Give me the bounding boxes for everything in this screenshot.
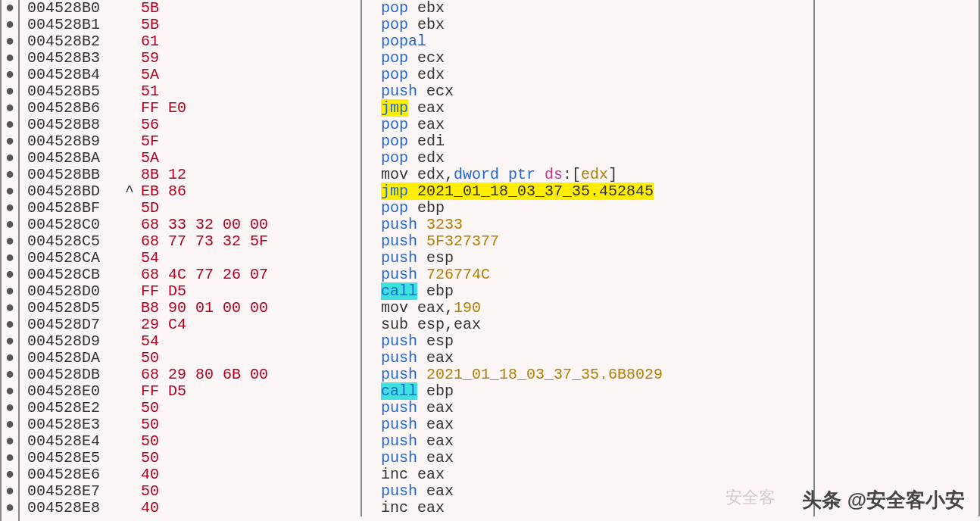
disasm-row[interactable]: 004528E450push eax <box>20 433 980 450</box>
asm-cell: push esp <box>360 250 813 267</box>
breakpoint-dot[interactable]: ● <box>2 483 18 500</box>
disasm-row[interactable]: 004528BA5Apop edx <box>20 150 980 167</box>
address-cell: 004528E2 <box>20 400 118 416</box>
jump-marker <box>118 483 141 500</box>
bytes-cell: 68 29 80 6B 00 <box>141 367 360 383</box>
jump-marker <box>118 233 141 250</box>
disasm-row[interactable]: 004528B6FF E0jmp eax <box>20 100 980 117</box>
breakpoint-dot[interactable]: ● <box>2 117 18 133</box>
disasm-row[interactable]: 004528E550push eax <box>20 450 980 466</box>
disasm-row[interactable]: 004528B856pop eax <box>20 117 980 133</box>
comment-cell <box>813 300 980 317</box>
breakpoint-dot[interactable]: ● <box>2 183 18 200</box>
comment-cell <box>813 400 980 416</box>
address-cell: 004528B1 <box>20 17 118 33</box>
breakpoint-dot[interactable]: ● <box>2 500 18 516</box>
breakpoint-dot[interactable]: ● <box>2 200 18 217</box>
bytes-cell: 8B 12 <box>141 167 360 183</box>
bytes-cell: FF D5 <box>141 283 360 300</box>
disasm-row[interactable]: 004528B15Bpop ebx <box>20 17 980 33</box>
disasm-row[interactable]: 004528C068 33 32 00 00push 3233 <box>20 217 980 233</box>
jump-marker <box>118 317 141 333</box>
jump-marker <box>118 200 141 217</box>
jump-marker <box>118 416 141 433</box>
disasm-row[interactable]: 004528BD^EB 86jmp 2021_01_18_03_37_35.45… <box>20 183 980 200</box>
asm-cell: popal <box>360 33 813 50</box>
disasm-row[interactable]: 004528E0FF D5call ebp <box>20 383 980 400</box>
breakpoint-dot[interactable]: ● <box>2 0 18 17</box>
disasm-row[interactable]: 004528B45Apop edx <box>20 67 980 83</box>
disasm-row[interactable]: 004528B05Bpop ebx <box>20 0 980 17</box>
breakpoint-dot[interactable]: ● <box>2 217 18 233</box>
breakpoint-dot[interactable]: ● <box>2 283 18 300</box>
jump-marker <box>118 333 141 350</box>
breakpoint-dot[interactable]: ● <box>2 133 18 150</box>
address-cell: 004528D5 <box>20 300 118 317</box>
breakpoint-dot[interactable]: ● <box>2 83 18 100</box>
breakpoint-dot[interactable]: ● <box>2 167 18 183</box>
asm-cell: push eax <box>360 416 813 433</box>
breakpoint-dot[interactable]: ● <box>2 33 18 50</box>
jump-marker <box>118 50 141 67</box>
disasm-row[interactable]: 004528E350push eax <box>20 416 980 433</box>
address-cell: 004528E6 <box>20 466 118 483</box>
comment-cell <box>813 0 980 17</box>
disasm-row[interactable]: 004528CA54push esp <box>20 250 980 267</box>
comment-cell <box>813 466 980 483</box>
disasm-row[interactable]: 004528D729 C4sub esp,eax <box>20 317 980 333</box>
breakpoint-dot[interactable]: ● <box>2 466 18 483</box>
disasm-row[interactable]: 004528B261popal <box>20 33 980 50</box>
asm-cell: jmp eax <box>360 100 813 117</box>
disasm-row[interactable]: 004528B359pop ecx <box>20 50 980 67</box>
breakpoint-dot[interactable]: ● <box>2 67 18 83</box>
address-cell: 004528CA <box>20 250 118 267</box>
breakpoint-dot[interactable]: ● <box>2 267 18 283</box>
breakpoint-gutter[interactable]: ●●●●●●●●●●●●●●●●●●●●●●●●●●●●●●● <box>2 0 20 521</box>
address-cell: 004528B9 <box>20 133 118 150</box>
disasm-row[interactable]: 004528E250push eax <box>20 400 980 416</box>
address-cell: 004528B2 <box>20 33 118 50</box>
disassembly-rows: 004528B05Bpop ebx004528B15Bpop ebx004528… <box>20 0 980 521</box>
breakpoint-dot[interactable]: ● <box>2 233 18 250</box>
address-cell: 004528B6 <box>20 100 118 117</box>
breakpoint-dot[interactable]: ● <box>2 350 18 367</box>
bytes-cell: 5B <box>141 0 360 17</box>
disasm-row[interactable]: 004528DA50push eax <box>20 350 980 367</box>
disasm-row[interactable]: 004528C568 77 73 32 5Fpush 5F327377 <box>20 233 980 250</box>
asm-cell: pop ebx <box>360 17 813 33</box>
breakpoint-dot[interactable]: ● <box>2 333 18 350</box>
breakpoint-dot[interactable]: ● <box>2 50 18 67</box>
breakpoint-dot[interactable]: ● <box>2 250 18 267</box>
address-cell: 004528E7 <box>20 483 118 500</box>
breakpoint-dot[interactable]: ● <box>2 450 18 466</box>
comment-cell <box>813 50 980 67</box>
breakpoint-dot[interactable]: ● <box>2 17 18 33</box>
bytes-cell: 50 <box>141 483 360 500</box>
breakpoint-dot[interactable]: ● <box>2 367 18 383</box>
address-cell: 004528D9 <box>20 333 118 350</box>
disasm-row[interactable]: 004528DB68 29 80 6B 00push 2021_01_18_03… <box>20 367 980 383</box>
disasm-row[interactable]: 004528D954push esp <box>20 333 980 350</box>
breakpoint-dot[interactable]: ● <box>2 150 18 167</box>
address-cell: 004528E5 <box>20 450 118 466</box>
breakpoint-dot[interactable]: ● <box>2 433 18 450</box>
breakpoint-dot[interactable]: ● <box>2 383 18 400</box>
disasm-row[interactable]: 004528D0FF D5call ebp <box>20 283 980 300</box>
disasm-row[interactable]: 004528B95Fpop edi <box>20 133 980 150</box>
disasm-row[interactable]: 004528E640inc eax <box>20 466 980 483</box>
disasm-row[interactable]: 004528B551push ecx <box>20 83 980 100</box>
jump-marker <box>118 167 141 183</box>
breakpoint-dot[interactable]: ● <box>2 100 18 117</box>
disasm-row[interactable]: 004528CB68 4C 77 26 07push 726774C <box>20 267 980 283</box>
jump-marker <box>118 466 141 483</box>
disasm-row[interactable]: 004528BF5Dpop ebp <box>20 200 980 217</box>
disasm-row[interactable]: 004528BB8B 12mov edx,dword ptr ds:[edx] <box>20 167 980 183</box>
breakpoint-dot[interactable]: ● <box>2 300 18 317</box>
breakpoint-dot[interactable]: ● <box>2 317 18 333</box>
asm-cell: inc eax <box>360 466 813 483</box>
breakpoint-dot[interactable]: ● <box>2 400 18 416</box>
disasm-row[interactable]: 004528D5B8 90 01 00 00mov eax,190 <box>20 300 980 317</box>
comment-cell <box>813 416 980 433</box>
bytes-cell: 5B <box>141 17 360 33</box>
breakpoint-dot[interactable]: ● <box>2 416 18 433</box>
